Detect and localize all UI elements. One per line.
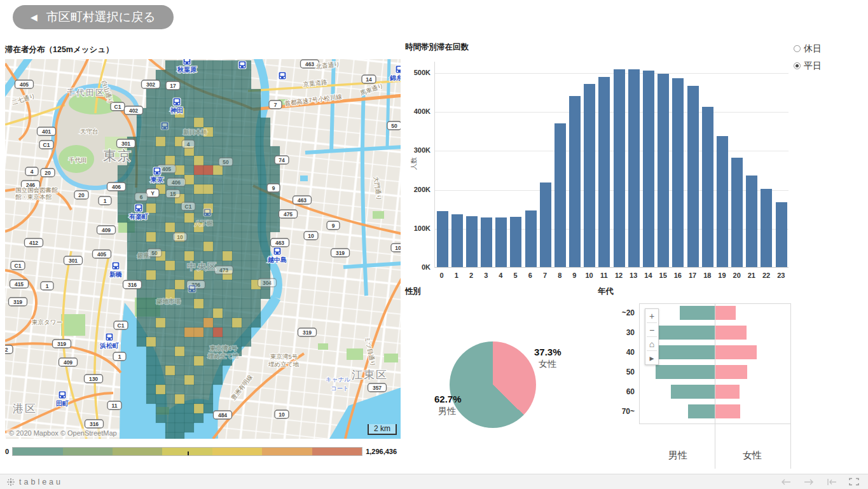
redo-arrow-icon[interactable] [803, 478, 815, 486]
undo-arrow-icon[interactable] [780, 478, 792, 486]
y-axis-tick: 200K [405, 186, 431, 193]
svg-text:14: 14 [366, 76, 372, 83]
x-axis-tick: 10 [582, 272, 596, 279]
age-category-label: 60 [600, 387, 635, 396]
svg-text:C1: C1 [43, 142, 50, 148]
legend-gradient-bar [12, 447, 362, 456]
fullscreen-icon[interactable] [849, 478, 859, 486]
road-shield: 401 [38, 127, 56, 135]
road-shield: 415 [10, 280, 29, 288]
legend-color-step [262, 448, 312, 455]
radio-circle[interactable] [794, 62, 801, 69]
radio-circle[interactable] [794, 45, 801, 52]
age-chart-title: 年代 [598, 286, 614, 297]
pan-mode-button[interactable]: ▸ [645, 351, 658, 364]
zoom-in-button[interactable]: + [645, 309, 658, 322]
hour-bar-8[interactable] [555, 123, 566, 267]
male-bar-50[interactable] [656, 365, 715, 379]
hour-bar-2[interactable] [466, 216, 478, 267]
female-bar-50[interactable] [715, 365, 747, 379]
y-axis-tick: 400K [405, 107, 431, 115]
road-shield: 463 [271, 238, 289, 247]
y-axis-tick: 0K [405, 263, 431, 271]
hour-bar-16[interactable] [672, 78, 684, 267]
hour-bar-13[interactable] [628, 69, 640, 267]
road-shield: Y [146, 189, 159, 197]
radio-option-holiday[interactable]: 休日 [794, 40, 822, 57]
zoom-home-button[interactable]: ⌂ [645, 337, 658, 350]
legend-color-step [113, 448, 162, 455]
female-bar-40[interactable] [715, 345, 757, 359]
hour-bar-3[interactable] [481, 217, 492, 267]
hour-bar-17[interactable] [687, 86, 699, 267]
x-axis-tick: 22 [759, 272, 773, 279]
x-axis-tick: 1 [449, 272, 464, 279]
hour-bar-11[interactable] [598, 77, 610, 267]
road-shield: 20 [41, 169, 55, 177]
hour-bar-5[interactable] [510, 217, 521, 267]
male-bar-30[interactable] [659, 326, 715, 340]
svg-text:319: 319 [303, 329, 312, 336]
visitor-distribution-map[interactable]: 4053021746314401C1402C1301420246204061Y4… [5, 59, 401, 439]
y-axis-tick: 500K [405, 69, 431, 76]
svg-text:東京タワー: 東京タワー [32, 319, 62, 326]
female-bar-30[interactable] [715, 326, 747, 340]
hour-bar-22[interactable] [761, 189, 772, 267]
svg-text:405: 405 [97, 251, 106, 258]
map-attribution[interactable]: © 2020 Mapbox © OpenStreetMap [6, 429, 120, 437]
hour-bar-23[interactable] [776, 202, 787, 267]
hour-bar-12[interactable] [614, 69, 625, 267]
male-bar-60[interactable] [671, 385, 715, 399]
male-bar-70~[interactable] [688, 404, 715, 418]
svg-text:415: 415 [15, 281, 24, 287]
svg-text:2: 2 [5, 347, 8, 353]
hour-bar-10[interactable] [584, 84, 595, 267]
male-bar-~20[interactable] [680, 306, 715, 320]
female-bar-70~[interactable] [715, 404, 740, 418]
female-percentage: 37.3% [534, 347, 561, 357]
zoom-out-button[interactable]: − [645, 323, 658, 336]
road-shield: 6 [135, 193, 148, 201]
gender-pie[interactable] [450, 341, 536, 428]
road-shield: 4 [182, 140, 195, 148]
hourly-chart-y-axis-label: 人数 [410, 151, 418, 176]
back-to-city-selection-button[interactable]: ◀ 市区町村選択に戻る [13, 5, 174, 29]
hour-bar-20[interactable] [731, 158, 743, 267]
x-axis-tick: 11 [596, 272, 611, 279]
svg-text:484: 484 [218, 412, 227, 418]
svg-text:401: 401 [42, 128, 51, 135]
reset-icon[interactable] [826, 478, 837, 486]
road-shield: 319 [331, 249, 350, 257]
age-pyramid-chart: 年代 ~203040506070~ 男性 女性 +−⌂▸ [598, 283, 796, 471]
svg-text:江東区: 江東区 [352, 369, 388, 381]
hour-bar-9[interactable] [569, 96, 581, 267]
hour-bar-7[interactable] [540, 183, 551, 267]
road-shield: 74 [275, 156, 289, 164]
road-shield: 9 [267, 184, 280, 192]
male-bar-40[interactable] [657, 345, 715, 359]
svg-text:20: 20 [78, 192, 85, 198]
hour-bar-1[interactable] [451, 214, 463, 267]
hourly-chart-plot-area [434, 62, 789, 268]
radio-option-weekday[interactable]: 平日 [794, 57, 822, 74]
female-bar-60[interactable] [715, 385, 740, 399]
hour-bar-18[interactable] [702, 107, 713, 267]
svg-text:秋葉原: 秋葉原 [177, 66, 197, 73]
hour-bar-19[interactable] [717, 136, 728, 267]
x-axis-tick: 6 [523, 272, 537, 279]
x-axis-tick: 15 [656, 272, 670, 279]
female-bar-~20[interactable] [715, 306, 736, 320]
svg-text:C1: C1 [185, 203, 192, 210]
hour-bar-0[interactable] [437, 211, 448, 267]
road-shield: 301 [117, 139, 135, 148]
svg-text:402: 402 [129, 107, 138, 114]
hour-bar-4[interactable] [495, 217, 507, 267]
x-axis-tick: 14 [641, 272, 656, 279]
hour-bar-21[interactable] [746, 176, 757, 267]
hour-bar-15[interactable] [658, 74, 669, 267]
hour-bar-6[interactable] [525, 210, 537, 267]
svg-text:50: 50 [223, 159, 229, 165]
hour-bar-14[interactable] [643, 71, 654, 267]
svg-text:412: 412 [29, 240, 38, 246]
road-shield: 406 [167, 178, 186, 186]
